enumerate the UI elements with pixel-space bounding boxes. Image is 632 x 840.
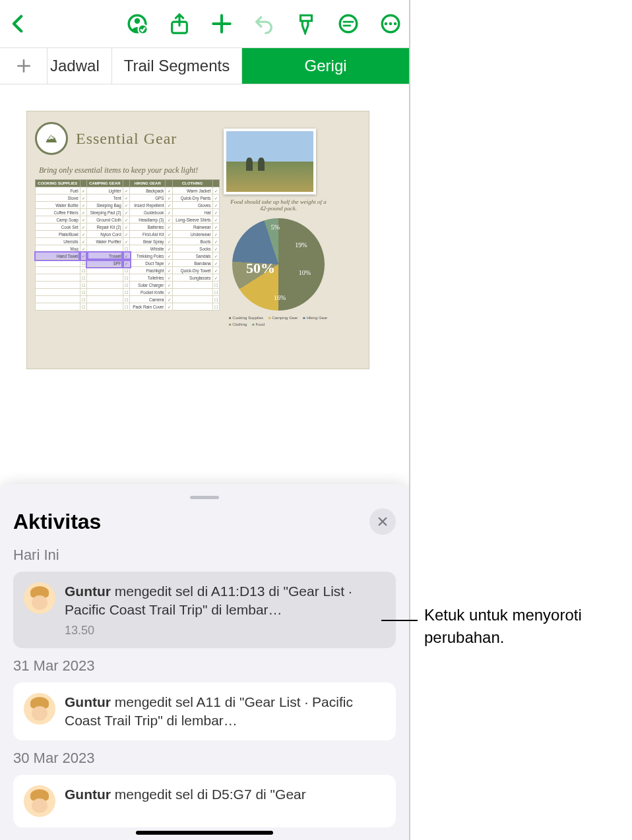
activity-panel: Aktivitas Hari Ini Guntur mengedit sel d…	[0, 484, 409, 840]
back-icon[interactable]	[7, 12, 30, 36]
date-heading: Hari Ini	[13, 547, 396, 564]
activity-item[interactable]: Guntur mengedit sel A11 di "Gear List · …	[13, 682, 396, 741]
add-sheet-button[interactable]	[0, 48, 47, 84]
legend-item: Cooking Supplies	[229, 316, 263, 320]
chart-legend: Cooking Supplies Camping Gear Hiking Gea…	[229, 316, 328, 326]
callout-text: Ketuk untuk menyoroti perubahan.	[424, 604, 622, 648]
format-brush-icon[interactable]	[294, 12, 318, 36]
undo-icon[interactable]	[252, 12, 276, 36]
pie-slice-label: 5%	[271, 224, 280, 231]
collaborate-icon[interactable]	[125, 12, 149, 36]
pie-slice-label: 10%	[299, 269, 311, 276]
spreadsheet-canvas[interactable]: ⛰ Essential Gear Bring only essential it…	[0, 84, 409, 396]
callout-line	[381, 620, 418, 621]
pie-slice-label: 16%	[274, 294, 286, 301]
sheet-content: ⛰ Essential Gear Bring only essential it…	[26, 111, 369, 369]
avatar	[24, 785, 55, 817]
photo-caption: Food should take up half the weight of a…	[229, 198, 328, 212]
tab-gerigi[interactable]: Gerigi	[242, 48, 409, 84]
date-heading: 30 Mar 2023	[13, 750, 396, 767]
drag-handle[interactable]	[190, 496, 219, 499]
gear-table[interactable]: COOKING SUPPLIES CAMPING GEAR HIKING GEA…	[35, 179, 220, 311]
tab-label: Jadwal	[50, 57, 100, 75]
tab-label: Trail Segments	[124, 57, 230, 75]
share-icon[interactable]	[168, 12, 191, 36]
legend-item: Hiking Gear	[303, 316, 327, 320]
col-header: COOKING SUPPLIES	[36, 180, 80, 187]
svg-point-7	[389, 22, 393, 26]
date-heading: 31 Mar 2023	[13, 657, 396, 675]
col-header: CLOTHING	[172, 180, 212, 187]
col-header: CAMPING GEAR	[87, 180, 123, 187]
activity-text: Guntur mengedit sel A11 di "Gear List · …	[65, 693, 385, 731]
svg-point-1	[135, 18, 141, 24]
tab-trail-segments[interactable]: Trail Segments	[112, 48, 243, 84]
home-indicator	[136, 831, 273, 835]
close-button[interactable]	[369, 508, 396, 535]
trails-logo: ⛰	[35, 122, 68, 155]
activity-time: 13.50	[65, 624, 385, 638]
svg-point-4	[340, 15, 357, 32]
activity-text: Guntur mengedit sel di D5:G7 di "Gear	[65, 785, 306, 804]
pie-slice-label: 50%	[246, 260, 275, 277]
col-header: HIKING GEAR	[130, 180, 166, 187]
subtitle: Bring only essential items to keep your …	[39, 165, 220, 175]
plus-icon[interactable]	[210, 12, 234, 36]
legend-item: Clothing	[229, 322, 247, 326]
activity-item[interactable]: Guntur mengedit sel di D5:G7 di "Gear	[13, 775, 396, 827]
svg-point-6	[385, 22, 388, 26]
comment-icon[interactable]	[336, 12, 360, 36]
toolbar	[0, 0, 409, 47]
hero-photo	[224, 129, 316, 195]
tab-jadwal[interactable]: Jadwal	[47, 48, 112, 84]
pie-chart: 50% 16% 10% 19% 5%	[232, 218, 325, 311]
pie-slice-label: 19%	[295, 241, 307, 249]
app-frame: Jadwal Trail Segments Gerigi ⛰ Essential…	[0, 0, 410, 840]
activity-title: Aktivitas	[13, 510, 101, 534]
activity-item[interactable]: Guntur mengedit sel di A11:D13 di "Gear …	[13, 572, 396, 648]
avatar	[24, 582, 55, 614]
legend-item: Camping Gear	[269, 316, 298, 320]
activity-text: Guntur mengedit sel di A11:D13 di "Gear …	[65, 582, 385, 620]
tab-bar: Jadwal Trail Segments Gerigi	[0, 47, 409, 84]
svg-point-8	[394, 22, 397, 26]
page-title: Essential Gear	[76, 130, 177, 148]
tab-label: Gerigi	[305, 57, 347, 75]
more-icon[interactable]	[379, 12, 402, 36]
avatar	[24, 693, 55, 725]
legend-item: Food	[252, 322, 265, 326]
